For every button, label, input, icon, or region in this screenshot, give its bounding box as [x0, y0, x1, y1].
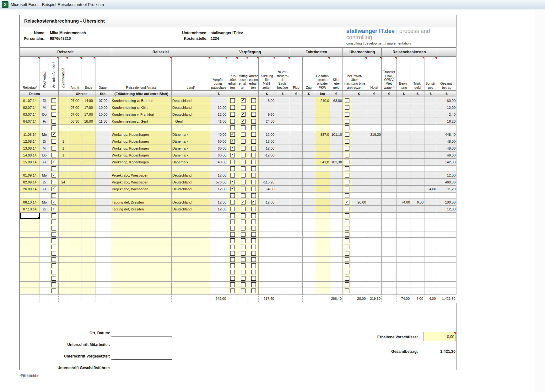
checkbox-mittagessen[interactable]: [241, 289, 246, 293]
cell-pkw[interactable]: 341,0: [315, 159, 330, 166]
cell-ende[interactable]: [82, 213, 95, 219]
cell-antritt[interactable]: [68, 257, 82, 263]
cell-ende[interactable]: [82, 152, 95, 159]
cell-date[interactable]: 06.10.14: [20, 199, 40, 206]
cell-date[interactable]: [20, 244, 40, 250]
checkbox-anab[interactable]: [51, 200, 56, 204]
cell-zw[interactable]: [59, 275, 68, 282]
cell-pkw[interactable]: [315, 145, 330, 152]
cell-date[interactable]: [20, 166, 40, 172]
cell-ende[interactable]: [82, 275, 95, 282]
checkbox-abendessen[interactable]: [251, 132, 256, 137]
cell-pkw[interactable]: [315, 125, 330, 131]
checkbox-mittagessen[interactable]: [241, 238, 246, 243]
checkbox-mittagessen[interactable]: [241, 125, 246, 130]
cell-land[interactable]: Deutschland: [172, 206, 210, 213]
cell-land[interactable]: Dänemark: [172, 145, 210, 152]
cell-ziel[interactable]: [111, 166, 172, 172]
cell-pkw[interactable]: [315, 118, 330, 125]
cell-pkw[interactable]: [315, 238, 330, 244]
checkbox-fruehstueck[interactable]: [230, 173, 235, 177]
cell-ziel[interactable]: Workshop, Kopenhagen: [111, 159, 172, 166]
cell-land[interactable]: Dänemark: [172, 138, 210, 145]
checkbox-fruehstueck[interactable]: [230, 213, 235, 218]
checkbox-abendessen[interactable]: [251, 213, 256, 218]
checkbox-privat[interactable]: [345, 105, 349, 110]
cell-land[interactable]: [172, 244, 210, 250]
cell-antritt[interactable]: [68, 288, 82, 294]
cell-antritt[interactable]: [68, 263, 82, 269]
cell-antritt[interactable]: [68, 206, 82, 213]
cell-ende[interactable]: [82, 159, 95, 166]
cell-land[interactable]: [172, 213, 210, 219]
cell-pkw[interactable]: 337,0: [315, 131, 330, 138]
cell-land[interactable]: Deutschland: [172, 97, 210, 104]
checkbox-mittagessen[interactable]: [241, 213, 246, 218]
cell-ziel[interactable]: Workshop, Kopenhagen: [111, 138, 172, 145]
checkbox-anab[interactable]: [51, 105, 56, 110]
cell-antritt[interactable]: 07:00: [68, 97, 82, 104]
cell-ziel[interactable]: [111, 231, 172, 238]
checkbox-privat[interactable]: [345, 276, 349, 281]
cell-zw[interactable]: [59, 257, 68, 263]
checkbox-anab[interactable]: [51, 153, 56, 157]
checkbox-fruehstueck[interactable]: [230, 160, 235, 164]
cell-land[interactable]: [172, 193, 210, 199]
checkbox-mittagessen[interactable]: [241, 257, 246, 262]
cell-land[interactable]: Dänemark: [172, 159, 210, 166]
cell-pkw[interactable]: [315, 104, 330, 111]
checkbox-fruehstueck[interactable]: [230, 105, 235, 110]
cell-antritt[interactable]: [68, 219, 82, 225]
checkbox-abendessen[interactable]: [251, 238, 256, 243]
cell-zw[interactable]: [59, 282, 68, 288]
checkbox-abendessen[interactable]: [251, 146, 256, 151]
cell-ende[interactable]: [82, 145, 95, 152]
checkbox-abendessen[interactable]: [251, 180, 256, 184]
checkbox-privat[interactable]: [345, 226, 349, 230]
checkbox-mittagessen[interactable]: [241, 139, 246, 144]
checkbox-privat[interactable]: [345, 193, 349, 198]
checkbox-privat[interactable]: [345, 220, 349, 224]
checkbox-privat[interactable]: [345, 166, 349, 171]
cell-date[interactable]: [20, 269, 40, 275]
cell-land[interactable]: [172, 275, 210, 282]
cell-ende[interactable]: [82, 225, 95, 231]
checkbox-abendessen[interactable]: [251, 245, 256, 249]
cell-date[interactable]: 14.08.14: [20, 152, 40, 159]
cell-antritt[interactable]: [68, 186, 82, 193]
checkbox-abendessen[interactable]: [251, 173, 256, 177]
checkbox-anab[interactable]: [51, 276, 56, 281]
checkbox-fruehstueck[interactable]: [230, 282, 235, 287]
cell-ziel[interactable]: [111, 225, 172, 231]
name-value[interactable]: Mika Mustermensch: [50, 31, 86, 35]
cell-zw[interactable]: [59, 125, 68, 131]
cell-ziel[interactable]: [111, 257, 172, 263]
checkbox-fruehstueck[interactable]: [230, 193, 235, 198]
cell-zw[interactable]: 1: [59, 152, 68, 159]
checkbox-abendessen[interactable]: [251, 153, 256, 157]
cell-land[interactable]: Deutschland: [172, 186, 210, 193]
cell-pkw[interactable]: [315, 172, 330, 179]
cell-ziel[interactable]: Workshop, Kopenhagen: [111, 145, 172, 152]
checkbox-mittagessen[interactable]: [241, 220, 246, 224]
cell-pkw[interactable]: [315, 213, 330, 219]
cell-ziel[interactable]: [111, 213, 172, 219]
checkbox-privat[interactable]: [345, 213, 349, 218]
checkbox-anab[interactable]: [51, 166, 56, 171]
cell-zw[interactable]: 1: [59, 145, 68, 152]
cell-ziel[interactable]: [111, 275, 172, 282]
checkbox-mittagessen[interactable]: [241, 146, 246, 151]
cell-ende[interactable]: [82, 206, 95, 213]
cell-pkw[interactable]: [315, 250, 330, 257]
checkbox-mittagessen[interactable]: [241, 187, 246, 191]
cell-date[interactable]: 13.08.14: [20, 145, 40, 152]
cell-ende[interactable]: [82, 138, 95, 145]
cell-land[interactable]: Deutschland: [172, 104, 210, 111]
cell-ende[interactable]: [82, 186, 95, 193]
checkbox-abendessen[interactable]: [251, 200, 256, 204]
cell-land[interactable]: Deutschland: [172, 199, 210, 206]
checkbox-anab[interactable]: [51, 270, 56, 274]
cell-date[interactable]: [20, 257, 40, 263]
cell-zw[interactable]: [59, 263, 68, 269]
cell-zw[interactable]: [59, 238, 68, 244]
